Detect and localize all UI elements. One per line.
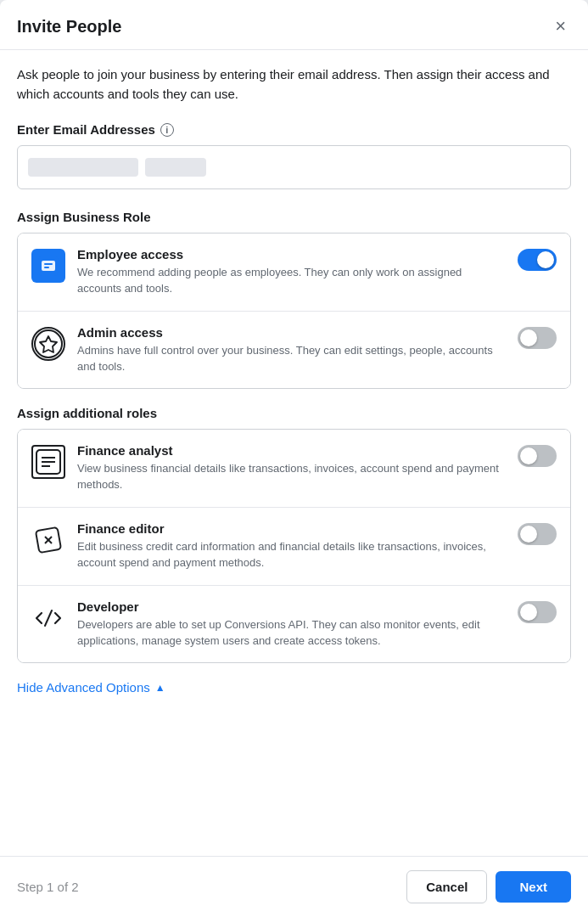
finance-editor-toggle[interactable] (518, 523, 557, 545)
additional-roles-card: Finance analyst View business financial … (17, 429, 571, 663)
business-role-label: Assign Business Role (17, 210, 571, 224)
cancel-button[interactable]: Cancel (406, 870, 487, 903)
modal-body: Ask people to join your business by ente… (0, 50, 588, 856)
employee-role-desc: We recommend adding people as employees.… (77, 265, 506, 297)
svg-rect-1 (42, 261, 55, 271)
finance-editor-toggle-knob (520, 526, 537, 543)
finance-editor-icon (31, 523, 65, 557)
employee-role-name: Employee access (77, 247, 506, 262)
admin-role-item: Admin access Admins have full control ov… (18, 311, 570, 389)
finance-analyst-role-item: Finance analyst View business financial … (18, 430, 570, 507)
svg-line-13 (45, 610, 52, 626)
email-tag-placeholder-1 (28, 158, 138, 177)
finance-editor-role-desc: Edit business credit card information an… (77, 539, 506, 571)
finance-editor-role-content: Finance editor Edit business credit card… (77, 521, 506, 571)
business-role-card: Employee access We recommend adding peop… (17, 233, 571, 389)
finance-analyst-icon (31, 445, 65, 479)
svg-point-4 (35, 330, 62, 357)
finance-analyst-role-name: Finance analyst (77, 443, 506, 458)
admin-role-desc: Admins have full control over your busin… (77, 343, 506, 375)
employee-toggle[interactable] (518, 249, 557, 271)
info-icon[interactable]: i (160, 123, 174, 137)
developer-toggle-knob (520, 604, 537, 621)
employee-icon (31, 249, 65, 283)
admin-icon (31, 327, 65, 361)
description-text: Ask people to join your business by ente… (17, 65, 571, 104)
employee-role-item: Employee access We recommend adding peop… (18, 233, 570, 311)
developer-toggle[interactable] (518, 601, 557, 623)
email-section-label: Enter Email Addresses i (17, 122, 571, 137)
modal-title: Invite People (17, 17, 121, 37)
finance-editor-toggle-wrap (518, 523, 557, 545)
modal-header: Invite People × (0, 0, 588, 50)
developer-icon (31, 601, 65, 635)
admin-toggle-wrap (518, 327, 557, 349)
modal-footer: Step 1 of 2 Cancel Next (0, 856, 588, 917)
additional-roles-label: Assign additional roles (17, 406, 571, 420)
svg-rect-2 (44, 263, 53, 265)
close-button[interactable]: × (550, 15, 571, 37)
finance-editor-role-name: Finance editor (77, 521, 506, 536)
additional-roles-section: Assign additional roles Finance analy (17, 406, 571, 663)
footer-buttons: Cancel Next (406, 870, 571, 903)
svg-rect-3 (44, 267, 49, 268)
business-role-section: Assign Business Role Employee access (17, 210, 571, 389)
email-input-area[interactable] (17, 145, 571, 189)
developer-role-item: Developer Developers are able to set up … (18, 585, 570, 663)
finance-editor-role-item: Finance editor Edit business credit card… (18, 507, 570, 585)
developer-role-content: Developer Developers are able to set up … (77, 599, 506, 650)
step-label: Step 1 of 2 (17, 880, 79, 894)
admin-toggle[interactable] (518, 327, 557, 349)
admin-role-name: Admin access (77, 325, 506, 340)
invite-people-modal: Invite People × Ask people to join your … (0, 0, 588, 917)
finance-analyst-role-desc: View business financial details like tra… (77, 461, 506, 493)
employee-toggle-wrap (518, 249, 557, 271)
finance-analyst-toggle-wrap (518, 445, 557, 467)
finance-analyst-toggle[interactable] (518, 445, 557, 467)
hide-advanced-options-link[interactable]: Hide Advanced Options ▲ (17, 680, 571, 695)
developer-toggle-wrap (518, 601, 557, 623)
employee-toggle-knob (537, 251, 554, 268)
admin-role-content: Admin access Admins have full control ov… (77, 325, 506, 375)
admin-toggle-knob (520, 329, 537, 346)
developer-role-desc: Developers are able to set up Conversion… (77, 617, 506, 650)
finance-analyst-toggle-knob (520, 447, 537, 464)
finance-analyst-role-content: Finance analyst View business financial … (77, 443, 506, 493)
developer-role-name: Developer (77, 599, 506, 614)
employee-role-content: Employee access We recommend adding peop… (77, 247, 506, 297)
email-tag-placeholder-2 (145, 158, 206, 177)
next-button[interactable]: Next (496, 871, 571, 903)
svg-marker-5 (40, 336, 57, 352)
